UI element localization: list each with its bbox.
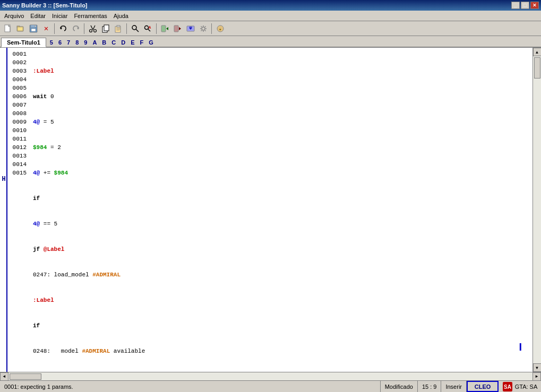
scroll-up-button[interactable]: ▲ <box>533 48 542 56</box>
extra-button[interactable]: ✦ <box>214 23 226 34</box>
v-scroll-track[interactable] <box>533 56 542 363</box>
line-num-10: 0010 <box>10 126 27 135</box>
scroll-right-button[interactable]: ► <box>533 372 541 381</box>
code-line-4: $984 = 2 <box>33 143 528 152</box>
copy-button[interactable] <box>100 23 111 34</box>
status-message: 0001: expecting 1 params. <box>0 381 381 392</box>
svg-point-11 <box>90 29 92 32</box>
margin-arrow-h: H <box>0 176 7 183</box>
h-scroll-thumb[interactable] <box>10 373 41 380</box>
svg-rect-6 <box>31 25 35 28</box>
line-num-4: 0004 <box>10 75 27 84</box>
title-bar: Sanny Builder 3 :: [Sem-Titulo] _ □ ✕ <box>0 0 541 11</box>
code-line-11: if <box>33 321 528 330</box>
svg-rect-29 <box>174 25 178 32</box>
code-line-9: 0247: load_model #ADMIRAL <box>33 271 528 279</box>
run-button[interactable] <box>159 23 171 34</box>
cursor-i-beam: I <box>519 341 522 353</box>
svg-rect-3 <box>17 26 20 27</box>
maximize-button[interactable]: □ <box>521 2 529 9</box>
menu-bar: Arquivo Editar Iniciar Ferramentas Ajuda <box>0 11 541 21</box>
save-button[interactable] <box>28 23 39 34</box>
close-button[interactable]: ✕ <box>530 2 539 9</box>
separator-4 <box>156 23 157 34</box>
quick-9[interactable]: 9 <box>81 38 90 47</box>
h-scroll-track[interactable] <box>8 372 533 381</box>
line-num-1: 0001 <box>10 50 27 58</box>
code-line-12: 0248: model #ADMIRAL available <box>33 347 528 355</box>
quick-b[interactable]: B <box>99 38 109 47</box>
quick-7[interactable]: 7 <box>64 38 73 47</box>
close-file-button[interactable]: ✕ <box>40 23 52 34</box>
new-button[interactable] <box>2 23 14 34</box>
editor-scroll[interactable]: 0001 0002 0003 0004 0005 0006 0007 0008 … <box>7 48 533 372</box>
menu-ajuda[interactable]: Ajuda <box>110 12 132 20</box>
quick-c[interactable]: C <box>109 38 118 47</box>
tabs-bar: Sem-Titulo1 5 6 7 8 9 A B C D E F G <box>0 36 541 48</box>
code-line-5: 4@ += $984 <box>33 169 528 177</box>
line-num-7: 0007 <box>10 101 27 109</box>
editor-container: H 0001 0002 0003 0004 0005 0006 0007 000… <box>0 48 541 380</box>
quick-a[interactable]: A <box>90 38 99 47</box>
toolbar: ✕ A ✦ <box>0 21 541 36</box>
scroll-down-button[interactable]: ▼ <box>533 363 542 372</box>
menu-arquivo[interactable]: Arquivo <box>1 12 27 20</box>
svg-rect-7 <box>31 29 36 31</box>
quick-d[interactable]: D <box>118 38 128 47</box>
svg-rect-17 <box>115 27 121 32</box>
quick-f[interactable]: F <box>138 38 147 47</box>
code-line-7: 4@ == 5 <box>33 220 528 228</box>
quick-6[interactable]: 6 <box>56 38 64 47</box>
menu-editar[interactable]: Editar <box>27 12 49 20</box>
svg-text:✦: ✦ <box>219 27 222 32</box>
line-numbers: 0001 0002 0003 0004 0005 0006 0007 0008 … <box>7 50 29 372</box>
v-scroll-thumb[interactable] <box>534 57 540 79</box>
separator-1 <box>54 23 55 34</box>
status-bar: 0001: expecting 1 params. Modificado 15 … <box>0 380 541 392</box>
svg-rect-4 <box>18 27 23 31</box>
status-modified: Modificado <box>381 381 418 392</box>
code-line-6: if <box>33 194 528 203</box>
cut-button[interactable] <box>87 23 99 34</box>
open-button[interactable] <box>15 23 27 34</box>
quick-g[interactable]: G <box>146 38 156 47</box>
svg-marker-28 <box>166 27 168 30</box>
gta-indicator: SA GTA: SA <box>499 381 541 392</box>
decompile-button[interactable] <box>172 23 184 34</box>
tab-sem-titulo1[interactable]: Sem-Titulo1 <box>1 38 46 47</box>
line-num-12: 0012 <box>10 143 27 152</box>
line-num-5: 0005 <box>10 84 27 92</box>
minimize-button[interactable]: _ <box>511 2 520 9</box>
settings-button[interactable] <box>197 23 209 34</box>
quick-8[interactable]: 8 <box>73 38 81 47</box>
window-title: Sanny Builder 3 :: [Sem-Titulo] <box>2 2 88 8</box>
svg-point-12 <box>94 29 97 32</box>
quick-e[interactable]: E <box>128 38 137 47</box>
h-scrollbar: ◄ ► <box>0 372 541 380</box>
svg-rect-18 <box>117 25 120 27</box>
code-line-8: jf @Label <box>33 245 528 254</box>
menu-ferramentas[interactable]: Ferramentas <box>71 12 110 20</box>
undo-button[interactable] <box>57 23 69 34</box>
svg-rect-16 <box>104 25 109 31</box>
compile-button[interactable] <box>185 23 196 34</box>
find-replace-button[interactable]: A <box>142 23 154 34</box>
svg-point-22 <box>132 25 136 30</box>
separator-2 <box>84 23 85 34</box>
line-num-2: 0002 <box>10 58 27 67</box>
scroll-left-button[interactable]: ◄ <box>0 372 8 381</box>
left-margin: H <box>0 48 7 372</box>
quick-5[interactable]: 5 <box>47 38 56 47</box>
menu-iniciar[interactable]: Iniciar <box>49 12 71 20</box>
code-content[interactable]: :Label wait 0 4@ = 5 $984 = 2 4@ += $984… <box>29 50 533 372</box>
svg-line-23 <box>136 29 139 32</box>
title-bar-controls: _ □ ✕ <box>511 2 539 9</box>
editor-main: H 0001 0002 0003 0004 0005 0006 0007 000… <box>0 48 541 372</box>
redo-button[interactable] <box>70 23 82 34</box>
svg-text:A: A <box>149 25 151 30</box>
status-insert-mode: Inserir <box>441 381 467 392</box>
code-line-1: :Label <box>33 67 528 75</box>
paste-button[interactable] <box>113 23 124 34</box>
separator-5 <box>211 23 212 34</box>
find-button[interactable] <box>130 23 141 34</box>
